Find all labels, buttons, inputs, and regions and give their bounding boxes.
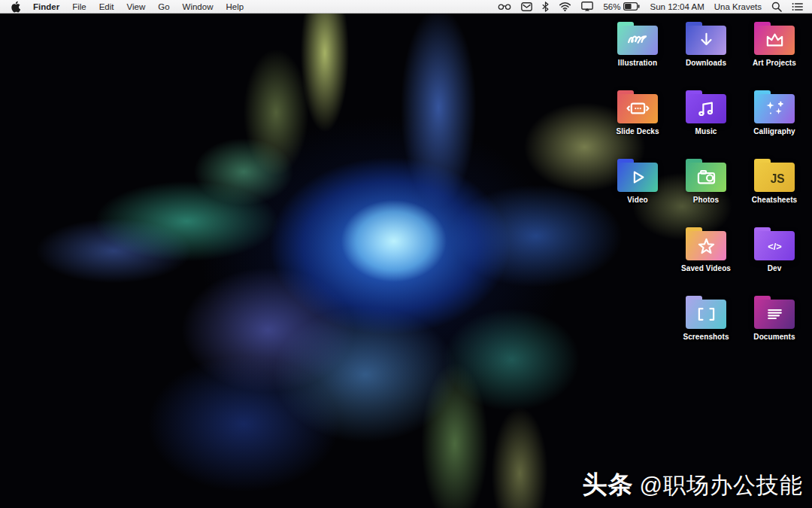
menu-item-go[interactable]: Go [158, 0, 169, 14]
desktop-screen: Finder File Edit View Go Window Help [0, 0, 812, 508]
folder-icon [754, 22, 795, 55]
folder-calligraphy[interactable]: Calligraphy [743, 90, 806, 135]
camera-icon [692, 165, 720, 190]
folder-label: Documents [753, 333, 795, 341]
folder-art-projects[interactable]: Art Projects [743, 22, 806, 67]
folder-illustration[interactable]: Illustration [606, 22, 669, 67]
wallpaper: Illustration Downloads Art Projects [0, 14, 812, 508]
folder-screenshots[interactable]: Screenshots [674, 296, 738, 341]
folder-icon [617, 159, 658, 192]
text-lines-icon [761, 302, 789, 327]
download-arrow-icon [692, 28, 720, 53]
glasses-icon[interactable] [498, 2, 511, 11]
folder-icon [754, 296, 795, 329]
menu-item-window[interactable]: Window [183, 0, 214, 14]
folder-label: Cheatsheets [752, 196, 798, 204]
menu-bar-clock[interactable]: Sun 12:04 AM [650, 0, 704, 14]
presentation-icon [624, 96, 652, 121]
notification-center-icon[interactable] [792, 2, 803, 11]
folder-icon [686, 22, 726, 55]
svg-text:</>: </> [768, 241, 782, 252]
watermark-handle: @职场办公技能 [640, 470, 803, 501]
folder-downloads[interactable]: Downloads [674, 22, 738, 67]
apple-menu[interactable] [11, 1, 20, 13]
folder-label: Music [695, 127, 717, 135]
star-icon [692, 233, 720, 258]
wifi-icon[interactable] [559, 2, 571, 11]
menu-item-edit[interactable]: Edit [99, 0, 114, 14]
menu-bar-user[interactable]: Una Kravets [714, 0, 762, 14]
folder-label: Calligraphy [753, 127, 795, 135]
watermark: 头条 @职场办公技能 [583, 468, 803, 502]
menu-item-file[interactable]: File [72, 0, 86, 14]
crown-icon [761, 28, 789, 53]
folder-dev[interactable]: </> Dev [743, 227, 806, 272]
menu-item-finder[interactable]: Finder [33, 0, 59, 14]
folder-label: Downloads [686, 59, 726, 67]
svg-text:JS: JS [770, 172, 784, 185]
folder-icon: JS [754, 159, 795, 192]
airplay-icon[interactable] [581, 2, 593, 11]
crop-brackets-icon [692, 302, 720, 327]
sparkles-icon [761, 96, 789, 121]
folder-photos[interactable]: Photos [674, 159, 738, 204]
folder-documents[interactable]: Documents [743, 296, 806, 341]
battery-icon [623, 2, 640, 11]
folder-label: Video [627, 196, 648, 204]
watermark-brand: 头条 [583, 468, 634, 502]
code-icon: </> [761, 233, 789, 258]
menu-bar-left: Finder File Edit View Go Window Help [0, 0, 244, 14]
folder-label: Saved Videos [681, 264, 731, 272]
folder-label: Illustration [618, 59, 657, 67]
folder-slide-decks[interactable]: Slide Decks [606, 90, 669, 135]
folder-icon [686, 90, 726, 123]
battery-percent: 56% [603, 0, 620, 14]
folder-label: Art Projects [753, 59, 796, 67]
folder-label: Screenshots [683, 333, 729, 341]
battery-indicator[interactable]: 56% [603, 0, 640, 14]
folder-icon [617, 22, 658, 55]
folder-icon: </> [754, 227, 795, 260]
menu-item-help[interactable]: Help [226, 0, 244, 14]
menu-bar: Finder File Edit View Go Window Help [0, 0, 812, 14]
scribble-icon [624, 28, 652, 53]
folder-icon [617, 90, 658, 123]
folder-cheatsheets[interactable]: JS Cheatsheets [743, 159, 806, 204]
folder-label: Slide Decks [616, 127, 659, 135]
play-icon [624, 165, 652, 190]
folder-icon [686, 227, 726, 260]
music-note-icon [692, 96, 720, 121]
apple-icon [11, 1, 20, 13]
menu-item-view[interactable]: View [127, 0, 146, 14]
search-icon[interactable] [771, 2, 782, 12]
folder-icon [686, 296, 726, 329]
menu-bar-status: 56% Sun 12:04 AM Una Kravets [498, 0, 812, 14]
folder-video[interactable]: Video [606, 159, 669, 204]
folder-icon [754, 90, 795, 123]
mail-icon[interactable] [521, 2, 532, 11]
bluetooth-icon[interactable] [542, 2, 549, 12]
folder-icon [686, 159, 726, 192]
folder-label: Dev [768, 264, 782, 272]
js-icon: JS [761, 165, 789, 190]
folder-music[interactable]: Music [674, 90, 738, 135]
folder-saved-videos[interactable]: Saved Videos [674, 227, 738, 272]
folder-label: Photos [693, 196, 720, 204]
